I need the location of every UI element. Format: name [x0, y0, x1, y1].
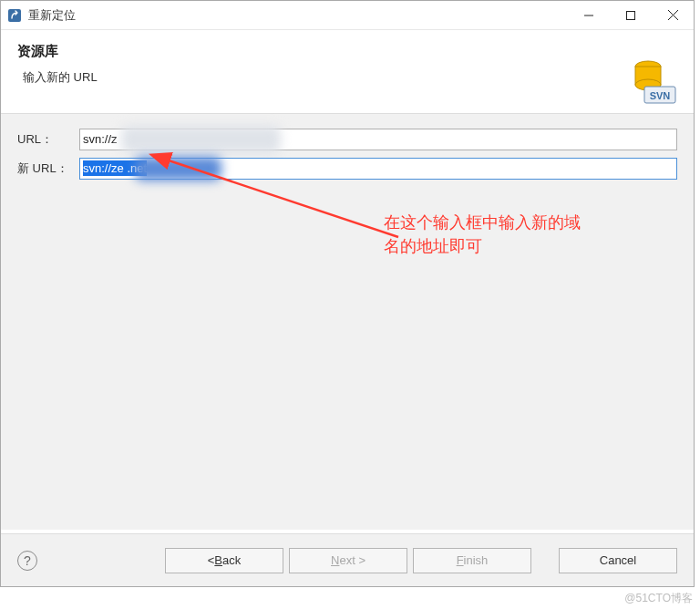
window-title: 重新定位 [28, 7, 568, 24]
svn-icon: SVN [624, 59, 677, 108]
help-icon[interactable]: ? [17, 551, 37, 571]
url-input[interactable]: svn://z [79, 129, 677, 150]
page-subtitle: 输入新的 URL [23, 69, 677, 86]
new-url-label: 新 URL： [17, 160, 79, 177]
url-value: svn://z [83, 132, 118, 146]
new-url-input[interactable]: svn://ze .net [79, 158, 677, 180]
titlebar: 重新定位 [1, 1, 694, 30]
back-button[interactable]: < Back [165, 548, 283, 573]
url-label: URL： [17, 131, 79, 148]
window-controls [568, 1, 694, 29]
finish-button: Finish [413, 548, 531, 573]
svg-rect-0 [8, 9, 21, 22]
watermark: @51CTO博客 [624, 591, 693, 606]
next-button: Next > [289, 548, 407, 573]
cancel-button[interactable]: Cancel [559, 548, 677, 573]
annotation-line2: 名的地址即可 [384, 237, 482, 255]
close-button[interactable] [652, 1, 694, 29]
annotation-line1: 在这个输入框中输入新的域 [384, 213, 581, 232]
page-title: 资源库 [17, 43, 677, 60]
app-icon [6, 7, 23, 24]
button-bar: ? < Back Next > Finish Cancel [1, 533, 694, 586]
svg-rect-2 [627, 11, 635, 19]
wizard-window: 重新定位 资源库 输入新的 URL SVN [0, 0, 695, 587]
url-row: URL： svn://z [17, 129, 677, 150]
new-url-row: 新 URL： svn://ze .net [17, 158, 677, 180]
maximize-button[interactable] [610, 1, 652, 29]
svg-text:SVN: SVN [650, 90, 671, 101]
wizard-header: 资源库 输入新的 URL SVN [1, 30, 694, 114]
minimize-button[interactable] [568, 1, 610, 29]
annotation-text: 在这个输入框中输入新的域 名的地址即可 [384, 211, 581, 258]
wizard-content: URL： svn://z 新 URL： svn://ze .net [1, 114, 694, 530]
